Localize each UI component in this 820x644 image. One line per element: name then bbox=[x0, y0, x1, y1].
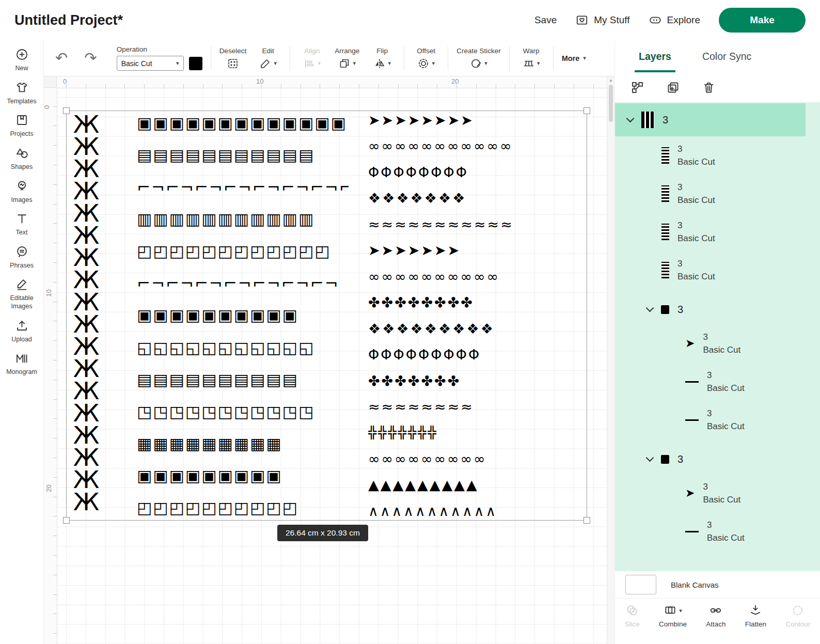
layer-thumbnail bbox=[661, 224, 669, 240]
layer-thumbnail bbox=[685, 531, 699, 532]
layer-item-row[interactable]: 3Basic Cut bbox=[615, 512, 806, 551]
chevron-down-icon: ▾ bbox=[537, 60, 540, 67]
layer-operation: Basic Cut bbox=[677, 270, 715, 284]
flatten-button[interactable]: Flatten bbox=[745, 604, 766, 628]
artwork-greek-key-column: ▣▣▣▣▣▣▣▣▣▣▣▣▣▤▤▤▤▤▤▤▤▤▤▤⌐¬⌐¬⌐¬⌐¬⌐¬⌐¬⌐¬⌐¬… bbox=[137, 115, 349, 516]
deselect-button[interactable]: Deselect bbox=[219, 47, 247, 70]
duplicate-icon[interactable] bbox=[666, 81, 680, 95]
my-stuff-button[interactable]: My Stuff bbox=[575, 13, 629, 27]
sidebar-item-new[interactable]: New bbox=[0, 48, 43, 73]
artwork-pattern-row: ΦΦΦΦΦΦΦΦΦ bbox=[368, 348, 587, 362]
canvas-scrollbar[interactable]: ▲ bbox=[607, 76, 614, 644]
ruler-label: 0 bbox=[63, 77, 67, 85]
layer-item-row[interactable]: 3Basic Cut bbox=[615, 401, 806, 439]
make-button[interactable]: Make bbox=[719, 8, 806, 33]
combine-icon bbox=[664, 604, 677, 617]
artwork-pattern-row: ▣▣▣▣▣▣▣▣▣ bbox=[137, 468, 349, 484]
warp-button[interactable]: Warp ▾ bbox=[518, 47, 545, 70]
group-icon[interactable] bbox=[630, 81, 644, 95]
toolbar-separator bbox=[509, 46, 510, 70]
blank-canvas-swatch[interactable] bbox=[625, 575, 656, 594]
chevron-down-icon[interactable] bbox=[646, 454, 654, 462]
sidebar-item-images[interactable]: Images bbox=[0, 179, 43, 205]
ruler-label: 0 bbox=[44, 105, 51, 109]
layer-operation: Basic Cut bbox=[677, 194, 715, 207]
monogram-icon bbox=[15, 351, 29, 365]
projects-icon bbox=[15, 113, 29, 127]
operation-value: Basic Cut bbox=[121, 59, 152, 68]
layer-label: 3 bbox=[677, 453, 683, 465]
undo-button[interactable]: ↶ bbox=[51, 51, 72, 66]
layer-item-row[interactable]: 3Basic Cut bbox=[615, 175, 806, 213]
sidebar-item-editable-images[interactable]: Editable Images bbox=[0, 277, 43, 310]
chevron-down-icon[interactable] bbox=[646, 304, 654, 312]
warp-icon bbox=[523, 57, 535, 70]
create-sticker-button[interactable]: Create Sticker ▾ bbox=[456, 47, 501, 70]
templates-icon bbox=[15, 81, 29, 95]
operation-select[interactable]: Basic Cut ▾ bbox=[117, 56, 184, 71]
layer-item-row[interactable]: ➤ 3Basic Cut bbox=[615, 474, 806, 512]
selection-box[interactable]: ЖЖЖЖЖЖЖЖЖЖЖЖЖЖЖЖЖЖ ▣▣▣▣▣▣▣▣▣▣▣▣▣▤▤▤▤▤▤▤▤… bbox=[66, 111, 587, 521]
layer-label: 3 bbox=[677, 257, 715, 271]
layer-item-row[interactable]: 3Basic Cut bbox=[615, 363, 806, 401]
offset-button[interactable]: Offset ▾ bbox=[413, 47, 439, 70]
contour-button[interactable]: Contour bbox=[785, 604, 810, 628]
sidebar-item-text[interactable]: Text bbox=[0, 212, 43, 237]
align-button[interactable]: Align ▾ bbox=[298, 47, 325, 70]
layer-item-row[interactable]: 3Basic Cut bbox=[615, 136, 806, 175]
ruler-label: 20 bbox=[45, 484, 53, 492]
slice-button[interactable]: Slice bbox=[625, 604, 640, 628]
panel-tabs: Layers Color Sync bbox=[615, 40, 820, 72]
layer-operation: Basic Cut bbox=[703, 493, 740, 507]
edit-button[interactable]: Edit ▾ bbox=[255, 47, 281, 70]
artwork-pattern-row: ➤➤➤➤➤➤➤➤ bbox=[368, 113, 587, 127]
sidebar-item-projects[interactable]: Projects bbox=[0, 113, 43, 138]
tab-layers[interactable]: Layers bbox=[639, 40, 671, 72]
blank-canvas-row[interactable]: Blank Canvas bbox=[615, 571, 820, 598]
color-swatch[interactable] bbox=[189, 57, 202, 70]
sidebar-item-monogram[interactable]: Monogram bbox=[0, 351, 43, 376]
toolbar-separator bbox=[553, 46, 554, 70]
sidebar-item-phrases[interactable]: Phrases bbox=[0, 245, 43, 270]
more-button[interactable]: More ▾ bbox=[562, 54, 586, 62]
attach-icon bbox=[709, 604, 722, 617]
operation-group: Operation Basic Cut ▾ bbox=[117, 45, 202, 71]
scroll-up-icon[interactable]: ▲ bbox=[609, 78, 613, 83]
layer-group-row[interactable]: 3 bbox=[615, 294, 806, 324]
tab-color-sync[interactable]: Color Sync bbox=[702, 40, 751, 72]
artwork-pattern-row: ◱◱◱◱◱◱◱◱◱◱◱ bbox=[137, 340, 349, 356]
arrange-button[interactable]: Arrange ▾ bbox=[334, 47, 360, 70]
layer-group-row[interactable]: 3 bbox=[615, 444, 806, 474]
layer-label: 3 bbox=[677, 181, 715, 194]
layer-group-row[interactable]: 3 bbox=[615, 103, 806, 136]
page-title: Untitled Project* bbox=[14, 12, 123, 28]
layer-item-row[interactable]: ➤ 3Basic Cut bbox=[615, 324, 806, 363]
combine-button[interactable]: ▾ Combine bbox=[659, 604, 687, 628]
chevron-down-icon[interactable] bbox=[626, 115, 635, 123]
explore-button[interactable]: Explore bbox=[649, 13, 700, 27]
sidebar-item-templates[interactable]: Templates bbox=[0, 81, 43, 106]
layer-thumbnail bbox=[661, 147, 669, 164]
vertical-ruler: 0 10 20 bbox=[44, 88, 57, 644]
layer-actions-bar: Slice ▾ Combine Attach Flatten bbox=[615, 598, 820, 644]
scrollbar-thumb[interactable] bbox=[609, 85, 613, 122]
artwork-pattern-row: ◰◰◰◰◰◰◰◰◰◰◰◰ bbox=[137, 243, 349, 259]
slice-icon bbox=[625, 604, 639, 617]
text-icon bbox=[15, 212, 29, 226]
editable-images-icon bbox=[15, 277, 29, 291]
save-button[interactable]: Save bbox=[534, 14, 557, 26]
layer-item-row[interactable]: 3Basic Cut bbox=[615, 213, 806, 251]
layer-item-row[interactable]: 3Basic Cut bbox=[615, 251, 806, 289]
redo-button[interactable]: ↷ bbox=[80, 51, 101, 66]
layer-thumbnail bbox=[685, 381, 699, 383]
flip-button[interactable]: Flip ▾ bbox=[369, 47, 396, 70]
align-icon bbox=[303, 57, 316, 70]
blank-canvas-label: Blank Canvas bbox=[671, 580, 719, 589]
attach-button[interactable]: Attach bbox=[706, 604, 726, 628]
layer-label: 3 bbox=[677, 304, 683, 316]
sidebar-item-shapes[interactable]: Shapes bbox=[0, 146, 43, 171]
flip-icon bbox=[373, 57, 386, 70]
canvas-area[interactable]: ЖЖЖЖЖЖЖЖЖЖЖЖЖЖЖЖЖЖ ▣▣▣▣▣▣▣▣▣▣▣▣▣▤▤▤▤▤▤▤▤… bbox=[44, 76, 614, 644]
sidebar-item-upload[interactable]: Upload bbox=[0, 319, 43, 344]
delete-icon[interactable] bbox=[702, 81, 716, 95]
